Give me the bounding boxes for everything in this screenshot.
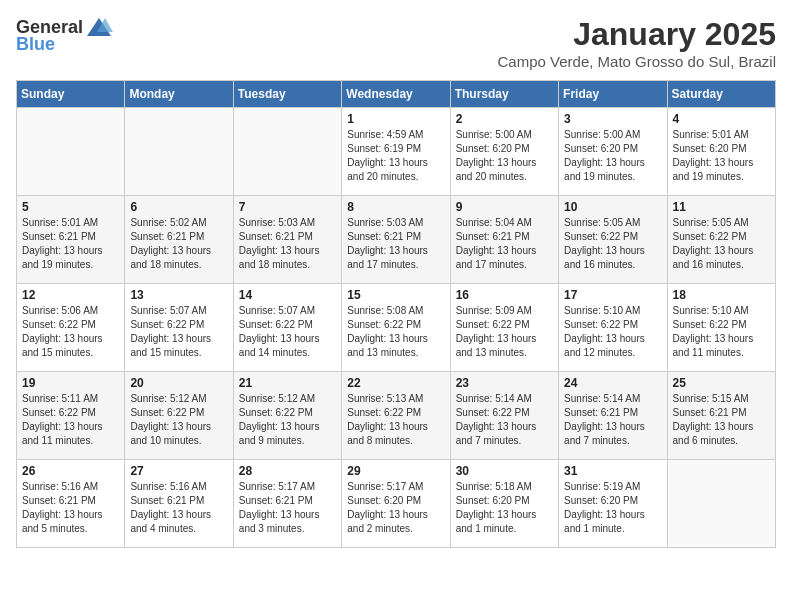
calendar-body: 1Sunrise: 4:59 AM Sunset: 6:19 PM Daylig… <box>17 108 776 548</box>
day-number: 18 <box>673 288 770 302</box>
calendar-cell: 12Sunrise: 5:06 AM Sunset: 6:22 PM Dayli… <box>17 284 125 372</box>
calendar-cell <box>17 108 125 196</box>
calendar-cell: 21Sunrise: 5:12 AM Sunset: 6:22 PM Dayli… <box>233 372 341 460</box>
day-number: 10 <box>564 200 661 214</box>
day-number: 30 <box>456 464 553 478</box>
calendar-cell: 10Sunrise: 5:05 AM Sunset: 6:22 PM Dayli… <box>559 196 667 284</box>
day-info: Sunrise: 5:07 AM Sunset: 6:22 PM Dayligh… <box>130 304 227 360</box>
calendar-cell: 20Sunrise: 5:12 AM Sunset: 6:22 PM Dayli… <box>125 372 233 460</box>
calendar-cell: 9Sunrise: 5:04 AM Sunset: 6:21 PM Daylig… <box>450 196 558 284</box>
calendar-cell: 16Sunrise: 5:09 AM Sunset: 6:22 PM Dayli… <box>450 284 558 372</box>
day-info: Sunrise: 5:18 AM Sunset: 6:20 PM Dayligh… <box>456 480 553 536</box>
day-info: Sunrise: 5:00 AM Sunset: 6:20 PM Dayligh… <box>564 128 661 184</box>
day-info: Sunrise: 5:05 AM Sunset: 6:22 PM Dayligh… <box>673 216 770 272</box>
day-number: 6 <box>130 200 227 214</box>
calendar-cell: 11Sunrise: 5:05 AM Sunset: 6:22 PM Dayli… <box>667 196 775 284</box>
title-block: January 2025 Campo Verde, Mato Grosso do… <box>498 16 776 70</box>
calendar-table: SundayMondayTuesdayWednesdayThursdayFrid… <box>16 80 776 548</box>
header-saturday: Saturday <box>667 81 775 108</box>
day-number: 8 <box>347 200 444 214</box>
week-row-4: 26Sunrise: 5:16 AM Sunset: 6:21 PM Dayli… <box>17 460 776 548</box>
day-number: 31 <box>564 464 661 478</box>
day-number: 13 <box>130 288 227 302</box>
day-number: 14 <box>239 288 336 302</box>
calendar-cell: 15Sunrise: 5:08 AM Sunset: 6:22 PM Dayli… <box>342 284 450 372</box>
day-number: 1 <box>347 112 444 126</box>
calendar-cell: 27Sunrise: 5:16 AM Sunset: 6:21 PM Dayli… <box>125 460 233 548</box>
day-info: Sunrise: 5:17 AM Sunset: 6:20 PM Dayligh… <box>347 480 444 536</box>
calendar-cell: 30Sunrise: 5:18 AM Sunset: 6:20 PM Dayli… <box>450 460 558 548</box>
day-number: 28 <box>239 464 336 478</box>
calendar-cell <box>667 460 775 548</box>
calendar-cell: 31Sunrise: 5:19 AM Sunset: 6:20 PM Dayli… <box>559 460 667 548</box>
day-number: 4 <box>673 112 770 126</box>
day-number: 27 <box>130 464 227 478</box>
day-info: Sunrise: 5:00 AM Sunset: 6:20 PM Dayligh… <box>456 128 553 184</box>
logo-blue: Blue <box>16 34 55 55</box>
calendar-cell <box>233 108 341 196</box>
day-info: Sunrise: 5:05 AM Sunset: 6:22 PM Dayligh… <box>564 216 661 272</box>
header-row: SundayMondayTuesdayWednesdayThursdayFrid… <box>17 81 776 108</box>
calendar-cell: 25Sunrise: 5:15 AM Sunset: 6:21 PM Dayli… <box>667 372 775 460</box>
day-number: 9 <box>456 200 553 214</box>
day-info: Sunrise: 5:19 AM Sunset: 6:20 PM Dayligh… <box>564 480 661 536</box>
calendar-cell: 24Sunrise: 5:14 AM Sunset: 6:21 PM Dayli… <box>559 372 667 460</box>
day-number: 11 <box>673 200 770 214</box>
calendar-cell: 7Sunrise: 5:03 AM Sunset: 6:21 PM Daylig… <box>233 196 341 284</box>
day-number: 24 <box>564 376 661 390</box>
calendar-cell: 4Sunrise: 5:01 AM Sunset: 6:20 PM Daylig… <box>667 108 775 196</box>
day-number: 17 <box>564 288 661 302</box>
calendar-cell: 28Sunrise: 5:17 AM Sunset: 6:21 PM Dayli… <box>233 460 341 548</box>
day-info: Sunrise: 5:16 AM Sunset: 6:21 PM Dayligh… <box>130 480 227 536</box>
day-info: Sunrise: 5:03 AM Sunset: 6:21 PM Dayligh… <box>347 216 444 272</box>
week-row-3: 19Sunrise: 5:11 AM Sunset: 6:22 PM Dayli… <box>17 372 776 460</box>
week-row-0: 1Sunrise: 4:59 AM Sunset: 6:19 PM Daylig… <box>17 108 776 196</box>
day-number: 3 <box>564 112 661 126</box>
page-header: General Blue January 2025 Campo Verde, M… <box>16 16 776 70</box>
day-number: 25 <box>673 376 770 390</box>
day-number: 2 <box>456 112 553 126</box>
day-info: Sunrise: 5:13 AM Sunset: 6:22 PM Dayligh… <box>347 392 444 448</box>
day-info: Sunrise: 5:15 AM Sunset: 6:21 PM Dayligh… <box>673 392 770 448</box>
calendar-cell: 23Sunrise: 5:14 AM Sunset: 6:22 PM Dayli… <box>450 372 558 460</box>
calendar-cell: 22Sunrise: 5:13 AM Sunset: 6:22 PM Dayli… <box>342 372 450 460</box>
day-info: Sunrise: 5:16 AM Sunset: 6:21 PM Dayligh… <box>22 480 119 536</box>
calendar-cell: 14Sunrise: 5:07 AM Sunset: 6:22 PM Dayli… <box>233 284 341 372</box>
day-info: Sunrise: 5:11 AM Sunset: 6:22 PM Dayligh… <box>22 392 119 448</box>
day-number: 15 <box>347 288 444 302</box>
day-info: Sunrise: 5:08 AM Sunset: 6:22 PM Dayligh… <box>347 304 444 360</box>
day-info: Sunrise: 5:17 AM Sunset: 6:21 PM Dayligh… <box>239 480 336 536</box>
calendar-cell: 13Sunrise: 5:07 AM Sunset: 6:22 PM Dayli… <box>125 284 233 372</box>
day-info: Sunrise: 5:03 AM Sunset: 6:21 PM Dayligh… <box>239 216 336 272</box>
day-number: 7 <box>239 200 336 214</box>
day-info: Sunrise: 5:10 AM Sunset: 6:22 PM Dayligh… <box>564 304 661 360</box>
calendar-cell: 18Sunrise: 5:10 AM Sunset: 6:22 PM Dayli… <box>667 284 775 372</box>
day-number: 23 <box>456 376 553 390</box>
logo: General Blue <box>16 16 113 55</box>
day-number: 22 <box>347 376 444 390</box>
day-info: Sunrise: 5:02 AM Sunset: 6:21 PM Dayligh… <box>130 216 227 272</box>
calendar-cell: 3Sunrise: 5:00 AM Sunset: 6:20 PM Daylig… <box>559 108 667 196</box>
day-info: Sunrise: 5:06 AM Sunset: 6:22 PM Dayligh… <box>22 304 119 360</box>
day-number: 5 <box>22 200 119 214</box>
header-thursday: Thursday <box>450 81 558 108</box>
calendar-cell: 5Sunrise: 5:01 AM Sunset: 6:21 PM Daylig… <box>17 196 125 284</box>
day-number: 16 <box>456 288 553 302</box>
header-sunday: Sunday <box>17 81 125 108</box>
header-friday: Friday <box>559 81 667 108</box>
calendar-title: January 2025 <box>498 16 776 53</box>
day-info: Sunrise: 5:04 AM Sunset: 6:21 PM Dayligh… <box>456 216 553 272</box>
header-tuesday: Tuesday <box>233 81 341 108</box>
week-row-1: 5Sunrise: 5:01 AM Sunset: 6:21 PM Daylig… <box>17 196 776 284</box>
calendar-cell: 17Sunrise: 5:10 AM Sunset: 6:22 PM Dayli… <box>559 284 667 372</box>
day-number: 12 <box>22 288 119 302</box>
day-info: Sunrise: 5:07 AM Sunset: 6:22 PM Dayligh… <box>239 304 336 360</box>
calendar-subtitle: Campo Verde, Mato Grosso do Sul, Brazil <box>498 53 776 70</box>
header-monday: Monday <box>125 81 233 108</box>
calendar-cell: 6Sunrise: 5:02 AM Sunset: 6:21 PM Daylig… <box>125 196 233 284</box>
day-info: Sunrise: 5:01 AM Sunset: 6:20 PM Dayligh… <box>673 128 770 184</box>
calendar-cell: 29Sunrise: 5:17 AM Sunset: 6:20 PM Dayli… <box>342 460 450 548</box>
calendar-cell: 8Sunrise: 5:03 AM Sunset: 6:21 PM Daylig… <box>342 196 450 284</box>
calendar-cell <box>125 108 233 196</box>
calendar-cell: 2Sunrise: 5:00 AM Sunset: 6:20 PM Daylig… <box>450 108 558 196</box>
